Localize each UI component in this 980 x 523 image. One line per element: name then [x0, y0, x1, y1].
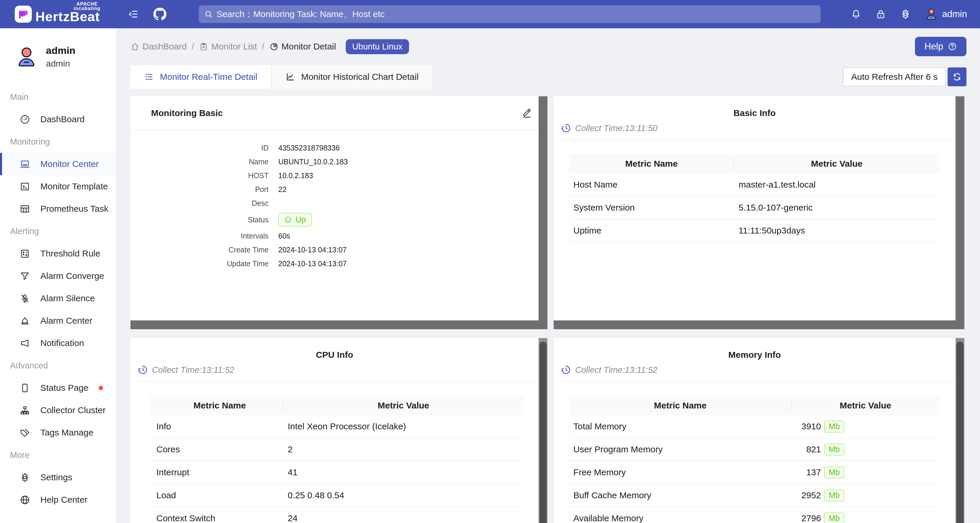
field-label: Desc [130, 199, 269, 208]
vertical-scrollbar[interactable] [539, 96, 547, 329]
vertical-scrollbar[interactable] [539, 338, 547, 523]
home-icon [130, 42, 140, 51]
metrics-table: Metric Name Metric Value InfoIntel Xeon … [150, 396, 524, 523]
sidebar-item-threshold-rule[interactable]: Threshold Rule [0, 242, 116, 265]
table-row: Cores2 [150, 438, 524, 461]
alarm-icon [19, 315, 30, 326]
unit-badge: Mb [824, 512, 844, 523]
table-row: Total Memory3910Mb [569, 415, 940, 438]
sidebar-item-label: Monitor Template [40, 181, 108, 191]
silence-icon [19, 293, 30, 304]
brand-apache-badge: APACHEincubating [74, 2, 100, 11]
card-monitoring-basic: Monitoring Basic ID435352318798336 NameU… [130, 96, 547, 329]
sidebar-profile[interactable]: admin admin [15, 45, 116, 68]
pie-chart-icon [269, 42, 278, 51]
sidebar-item-dashboard[interactable]: DashBoard [0, 108, 116, 130]
field-value: 60s [278, 232, 290, 240]
sidebar-item-label: Collector Cluster [40, 405, 106, 415]
menu-fold-icon[interactable] [128, 9, 139, 19]
github-icon[interactable] [153, 8, 166, 21]
converge-icon [19, 271, 30, 281]
section-monitoring: Monitoring [0, 130, 116, 153]
vertical-scrollbar[interactable] [956, 96, 964, 329]
monitoring-basic-form: ID435352318798336 NameUBUNTU_10.0.2.183 … [130, 130, 539, 271]
template-icon [19, 181, 30, 192]
main-content: DashBoard / Monitor List / Monitor Detai… [117, 28, 980, 523]
auto-refresh-button[interactable]: Auto Refresh After 6 s [843, 67, 946, 86]
sidebar-item-settings[interactable]: Settings [0, 466, 116, 488]
column-header: Metric Name [569, 159, 734, 169]
column-header: Metric Name [150, 401, 283, 410]
sidebar-item-prometheus-task[interactable]: Prometheus Task [0, 197, 116, 220]
field-label: ID [130, 144, 269, 152]
table-row: System Version5.15.0-107-generic [569, 196, 940, 219]
field-label: Port [130, 185, 269, 194]
metrics-table: Metric Name Metric Value Host Namemaster… [569, 154, 940, 242]
breadcrumb-monitor-detail: Monitor Detail [269, 41, 336, 51]
sidebar-item-status-page[interactable]: Status Page [0, 377, 116, 399]
sidebar-item-notification[interactable]: Notification [0, 332, 116, 354]
sidebar-menu: Main DashBoard Monitoring Monitor Center… [0, 86, 116, 511]
collect-time: Collect Time:13:11:52 [561, 364, 956, 382]
vertical-scrollbar[interactable] [956, 338, 964, 523]
tab-realtime-detail[interactable]: Monitor Real-Time Detail [130, 65, 271, 89]
sidebar-item-alarm-center[interactable]: Alarm Center [0, 310, 116, 332]
user-menu[interactable]: admin [924, 7, 967, 21]
lock-icon[interactable] [875, 8, 886, 20]
card-title: Basic Info [554, 96, 956, 118]
card-basic-info: Basic Info Collect Time:13:11:50 Metric … [554, 96, 964, 329]
table-row: Load0.25 0.48 0.54 [150, 484, 524, 507]
settings-icon [19, 472, 30, 483]
globe-icon [19, 494, 30, 506]
table-row: Interrupt41 [150, 461, 524, 484]
breadcrumb-monitor-list[interactable]: Monitor List [199, 41, 257, 51]
sidebar-item-monitor-center[interactable]: Monitor Center [0, 153, 116, 175]
scrollbar-thumb[interactable] [956, 342, 964, 523]
history-clock-icon [137, 364, 148, 375]
notification-icon [19, 338, 30, 349]
tab-historical-chart[interactable]: Monitor Historical Chart Detail [272, 65, 432, 89]
table-row: User Program Memory821Mb [569, 438, 940, 461]
brand-logo-group[interactable]: HertzBeat APACHEincubating [15, 5, 100, 23]
card-cpu-info: CPU Info Collect Time:13:11:52 Metric Na… [130, 338, 547, 523]
sidebar-item-collector-cluster[interactable]: Collector Cluster [0, 399, 116, 421]
breadcrumb-dashboard[interactable]: DashBoard [130, 41, 187, 51]
notification-bell-icon[interactable] [850, 8, 862, 20]
help-button[interactable]: Help [915, 37, 966, 56]
scrollbar-thumb[interactable] [539, 342, 547, 523]
sidebar-item-label: Threshold Rule [40, 248, 100, 259]
horizontal-scrollbar[interactable] [130, 320, 539, 329]
breadcrumb: DashBoard / Monitor List / Monitor Detai… [130, 39, 409, 54]
sidebar-item-label: Tags Manage [40, 428, 93, 437]
field-label: Intervals [130, 232, 269, 240]
sidebar-item-alarm-converge[interactable]: Alarm Converge [0, 265, 116, 287]
field-label: Name [130, 157, 269, 166]
sidebar-item-help-center[interactable]: Help Center [0, 488, 116, 511]
column-header: Metric Value [734, 159, 940, 169]
sidebar-item-tags-manage[interactable]: Tags Manage [0, 421, 116, 444]
sidebar-item-label: Alarm Converge [40, 271, 104, 281]
profile-role: admin [46, 59, 75, 68]
sidebar-item-label: Alarm Silence [40, 293, 95, 303]
sidebar-item-alarm-silence[interactable]: Alarm Silence [0, 287, 116, 310]
question-circle-icon [948, 42, 957, 51]
collect-time: Collect Time:13:11:52 [137, 364, 539, 382]
sidebar-item-monitor-template[interactable]: Monitor Template [0, 175, 116, 197]
status-badge: Up [278, 213, 312, 226]
global-search [199, 5, 821, 23]
search-input[interactable] [216, 9, 815, 19]
horizontal-scrollbar[interactable] [554, 320, 956, 329]
username-label: admin [942, 9, 967, 19]
brand-title: HertzBeat APACHEincubating [35, 5, 100, 23]
card-title: Memory Info [554, 338, 956, 360]
refresh-icon[interactable] [948, 67, 966, 86]
sidebar-item-label: Alarm Center [40, 316, 92, 326]
dashboard-icon [19, 114, 30, 125]
gear-icon[interactable] [900, 8, 911, 20]
field-value: 22 [278, 185, 286, 194]
field-value: UBUNTU_10.0.2.183 [278, 157, 348, 166]
line-chart-icon [285, 72, 295, 82]
collect-time: Collect Time:13:11:50 [561, 123, 956, 140]
metrics-table: Metric Name Metric Value Total Memory391… [569, 396, 940, 523]
edit-icon[interactable] [522, 108, 532, 118]
